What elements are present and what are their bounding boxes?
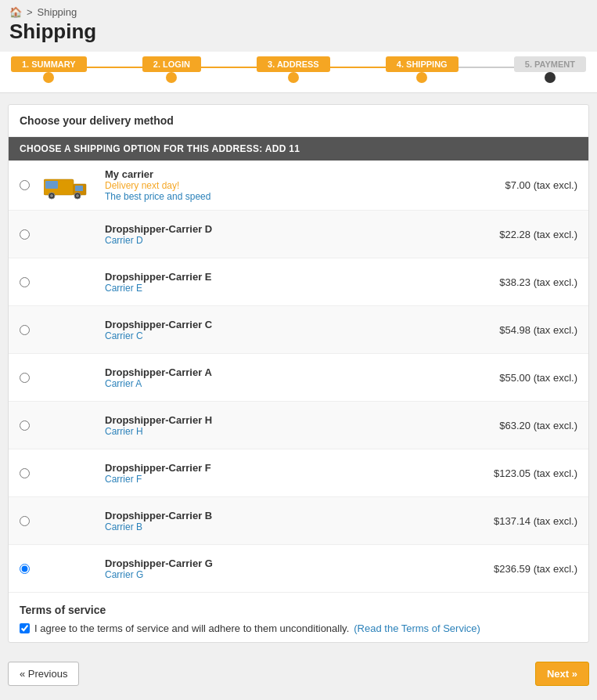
carrier-info: Dropshipper-Carrier C Carrier C [105,319,484,341]
step-dot-payment [545,72,556,83]
connector-1 [87,67,142,68]
connector-4 [459,67,514,68]
connector-3 [330,67,386,68]
svg-rect-2 [45,181,58,189]
carrier-row: Dropshipper-Carrier C Carrier C $54.98 (… [9,306,588,354]
carrier-logo [42,170,89,201]
step-dot-shipping [416,72,427,83]
terms-checkbox[interactable] [20,623,30,633]
carrier-radio-e[interactable] [20,277,30,287]
connector-2 [201,67,257,68]
previous-button[interactable]: « Previous [8,662,79,686]
terms-check: I agree to the terms of service and will… [20,622,577,634]
terms-link[interactable]: (Read the Terms of Service) [354,622,480,634]
breadcrumb-current: Shipping [38,6,77,18]
carrier-row: Dropshipper-Carrier H Carrier H $63.20 (… [9,402,588,449]
step-summary[interactable]: 1. SUMMARY [11,56,87,83]
main-content: Choose your delivery method CHOOSE A SHI… [8,104,589,643]
breadcrumb: 🏠 > Shipping [0,0,597,20]
carrier-radio-c[interactable] [20,325,30,335]
carrier-row: Dropshipper-Carrier A Carrier A $55.00 (… [9,354,588,402]
terms-section: Terms of service I agree to the terms of… [9,593,588,642]
breadcrumb-separator: > [27,6,33,18]
carrier-info: Dropshipper-Carrier G Carrier G [105,557,478,580]
progress-bar: 1. SUMMARY 2. LOGIN 3. ADDRESS 4. SHIPPI… [0,52,597,93]
carrier-row: Dropshipper-Carrier B Carrier B $137.14 … [9,497,588,545]
page-title: Shipping [0,20,597,52]
carrier-radio-b[interactable] [20,516,30,526]
step-login[interactable]: 2. LOGIN [142,56,201,83]
address-header: CHOOSE A SHIPPING OPTION FOR THIS ADDRES… [9,137,588,161]
carrier-row: Dropshipper-Carrier D Carrier D $22.28 (… [9,211,588,258]
step-dot-address [288,72,299,83]
step-dot-login [166,72,177,83]
carrier-info: My carrier Delivery next day! The best p… [105,168,490,202]
step-shipping[interactable]: 4. SHIPPING [386,56,459,83]
carrier-info: Dropshipper-Carrier D Carrier D [105,223,484,246]
carrier-radio-g[interactable] [20,564,30,574]
carrier-info: Dropshipper-Carrier E Carrier E [105,271,484,294]
carrier-radio-f[interactable] [20,468,30,478]
terms-title: Terms of service [20,604,577,616]
svg-point-8 [76,194,79,197]
carrier-row: Dropshipper-Carrier F Carrier F $123.05 … [9,449,588,497]
section-title: Choose your delivery method [9,105,588,137]
carrier-radio-my-carrier[interactable] [20,180,30,190]
carrier-row: My carrier Delivery next day! The best p… [9,161,588,211]
carrier-info: Dropshipper-Carrier B Carrier B [105,510,478,532]
svg-point-6 [50,194,53,197]
step-address[interactable]: 3. ADDRESS [257,56,330,83]
next-button[interactable]: Next » [535,662,589,686]
carrier-radio-d[interactable] [20,229,30,240]
carrier-radio-a[interactable] [20,373,30,383]
bottom-nav: « Previous Next » [0,654,597,694]
carrier-info: Dropshipper-Carrier A Carrier A [105,366,484,389]
step-dot-summary [43,72,54,83]
terms-label: I agree to the terms of service and will… [34,622,349,634]
carrier-info: Dropshipper-Carrier F Carrier F [105,462,478,485]
carrier-row: Dropshipper-Carrier E Carrier E $38.23 (… [9,258,588,306]
svg-rect-4 [75,186,83,191]
carrier-info: Dropshipper-Carrier H Carrier H [105,414,484,437]
step-payment[interactable]: 5. PAYMENT [514,56,586,83]
carrier-row: Dropshipper-Carrier G Carrier G $236.59 … [9,545,588,593]
home-icon[interactable]: 🏠 [9,6,22,18]
carrier-radio-h[interactable] [20,420,30,431]
